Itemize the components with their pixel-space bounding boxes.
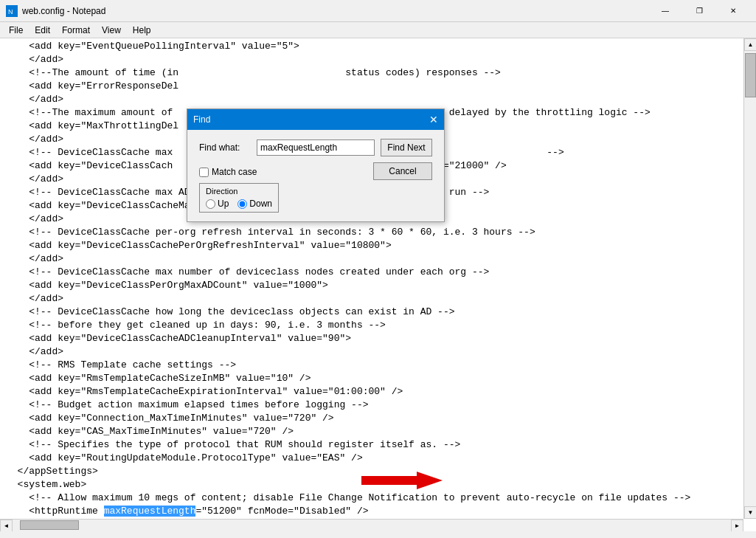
minimize-button[interactable]: — xyxy=(648,0,682,22)
editor-line: <!-- Allow maximum 10 megs of content; d… xyxy=(6,492,750,505)
menu-edit[interactable]: Edit xyxy=(29,24,56,37)
editor-line: <!-- RMS Template cache settings --> xyxy=(6,359,750,372)
editor-line: <add key="DeviceClassCacheADCleanupInter… xyxy=(6,332,750,345)
editor-line: <add key="ErrorResponseDel xyxy=(6,80,750,93)
direction-up-item: Up xyxy=(206,199,229,209)
editor-line: <!-- DeviceClassCache max number of devi… xyxy=(6,266,750,279)
find-what-row: Find what: Find Next xyxy=(199,139,432,156)
arrow-indicator xyxy=(361,470,443,493)
window-controls: — ❐ ✕ xyxy=(648,0,750,22)
editor-line: </add> xyxy=(6,252,750,266)
match-case-checkbox[interactable] xyxy=(199,168,209,177)
scroll-thumb-vertical[interactable] xyxy=(745,53,756,97)
find-dialog-close-button[interactable]: ✕ xyxy=(429,114,438,125)
editor-line: <httpRuntime maxRequestLength="51200" fc… xyxy=(6,505,750,518)
match-case-row: Match case xyxy=(199,167,367,177)
editor-line: <!-- Specifies the type of protocol that… xyxy=(6,438,750,452)
find-what-input[interactable] xyxy=(257,139,375,156)
direction-group: Direction Up Down xyxy=(199,183,367,213)
vertical-scrollbar[interactable]: ▲ ▼ xyxy=(743,38,756,519)
find-options-row: Match case Direction Up xyxy=(199,162,432,213)
editor-line: <add key="Connection_MaxTimeInMinutes" v… xyxy=(6,412,750,425)
menu-bar: File Edit Format View Help xyxy=(0,22,756,38)
svg-text:N: N xyxy=(8,8,13,15)
scroll-down-arrow[interactable]: ▼ xyxy=(744,506,756,519)
direction-fieldset: Direction Up Down xyxy=(199,183,279,213)
horizontal-scrollbar[interactable]: ◄ ► xyxy=(0,519,743,531)
direction-up-radio[interactable] xyxy=(206,199,215,209)
svg-marker-2 xyxy=(361,472,443,489)
find-dialog-title-bar: Find ✕ xyxy=(187,109,444,130)
editor-line: <!-- DeviceClassCache per-org refresh in… xyxy=(6,226,750,239)
direction-down-item: Down xyxy=(237,199,272,209)
scroll-left-arrow[interactable]: ◄ xyxy=(0,520,13,532)
editor-line: </add> xyxy=(6,292,750,306)
find-dialog-body: Find what: Find Next Match case Directio… xyxy=(187,130,444,221)
scroll-thumb-horizontal[interactable] xyxy=(20,520,79,530)
editor-line: <add key="CAS_MaxTimeInMinutes" value="7… xyxy=(6,425,750,438)
editor-line: <add key="EventQueuePollingInterval" val… xyxy=(6,40,750,53)
editor-line: <!-- before they get cleaned up in days:… xyxy=(6,319,750,332)
menu-help[interactable]: Help xyxy=(127,24,157,37)
menu-file[interactable]: File xyxy=(3,24,29,37)
find-options-group: Match case Direction Up xyxy=(199,162,367,213)
editor-line: <add key="DeviceClassCachePerOrgRefreshI… xyxy=(6,239,750,252)
editor-line: <!-- Budget action maximum elapsed times… xyxy=(6,399,750,412)
match-case-label: Match case xyxy=(212,167,257,177)
find-button-group: Cancel xyxy=(373,162,432,180)
app-icon: N xyxy=(6,5,18,17)
editor-line: <add key="RmsTemplateCacheExpirationInte… xyxy=(6,385,750,399)
direction-down-radio[interactable] xyxy=(237,199,247,209)
direction-down-label: Down xyxy=(249,199,272,209)
editor-line: <add key="DeviceClassPerOrgMaxADCount" v… xyxy=(6,279,750,292)
cancel-button[interactable]: Cancel xyxy=(373,162,432,180)
close-button[interactable]: ✕ xyxy=(716,0,750,22)
find-dialog-title-text: Find xyxy=(193,114,210,125)
direction-radio-row: Up Down xyxy=(206,199,272,209)
maximize-button[interactable]: ❐ xyxy=(682,0,716,22)
menu-format[interactable]: Format xyxy=(56,24,96,37)
editor-line: </add> xyxy=(6,53,750,66)
editor-line: </add> xyxy=(6,345,750,359)
editor-line: <!-- DeviceClassCache how long the devic… xyxy=(6,306,750,319)
scroll-track-horizontal[interactable] xyxy=(13,520,731,531)
direction-up-label: Up xyxy=(218,199,229,209)
editor-line: </add> xyxy=(6,93,750,106)
find-dialog: Find ✕ Find what: Find Next Match case D… xyxy=(187,108,445,222)
menu-view[interactable]: View xyxy=(96,24,127,37)
scroll-up-arrow[interactable]: ▲ xyxy=(744,38,756,51)
editor-line: <add key="RmsTemplateCacheSizeInMB" valu… xyxy=(6,372,750,385)
highlighted-text: maxRequestLength xyxy=(104,506,196,517)
red-arrow-svg xyxy=(361,470,443,491)
title-bar: N web.config - Notepad — ❐ ✕ xyxy=(0,0,756,22)
find-next-button[interactable]: Find Next xyxy=(381,139,432,156)
scroll-right-arrow[interactable]: ► xyxy=(731,520,743,532)
window-title: web.config - Notepad xyxy=(22,6,105,16)
find-what-label: Find what: xyxy=(199,142,251,153)
direction-label: Direction xyxy=(206,187,272,196)
editor-line: <!--The amount of time (in status codes)… xyxy=(6,66,750,80)
editor-line: <add key="RoutingUpdateModule.ProtocolTy… xyxy=(6,452,750,465)
editor-container: <add key="EventQueuePollingInterval" val… xyxy=(0,38,756,531)
